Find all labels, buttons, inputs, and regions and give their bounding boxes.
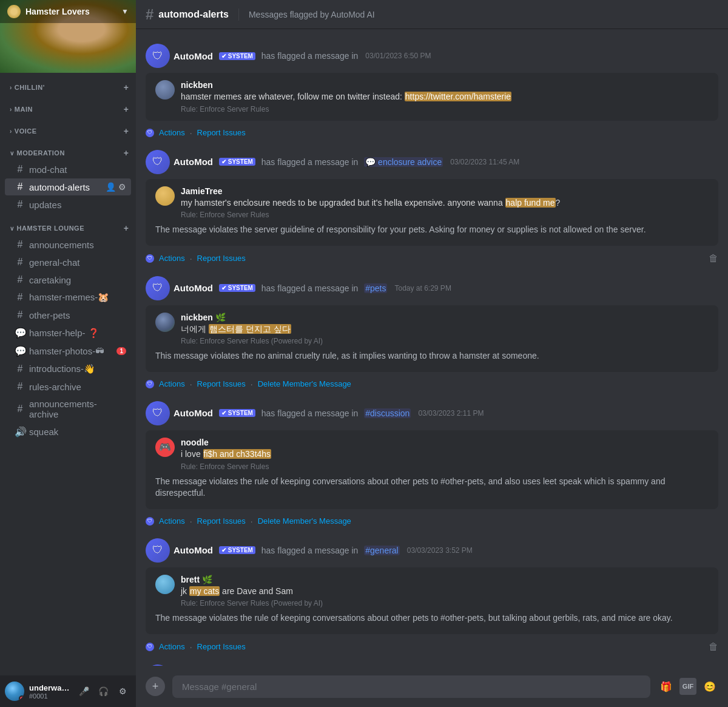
channel-header: # automod-alerts Messages flagged by Aut… <box>136 0 728 29</box>
actions-button[interactable]: Actions <box>159 254 185 263</box>
timestamp: 03/03/2023 3:52 PM <box>407 546 473 555</box>
section-moderation[interactable]: ∨ MODERATION + <box>0 138 136 160</box>
flagged-text: has flagged a message in <box>259 546 360 555</box>
sidebar-item-squeak[interactable]: 🔊 squeak <box>5 423 131 441</box>
headphone-button[interactable]: 🎧 <box>95 683 112 700</box>
delete-message-button[interactable]: 🗑 <box>709 253 718 264</box>
user-discriminator: #0001 <box>29 692 70 700</box>
delete-member-message-button[interactable]: Delete Member's Message <box>258 379 351 388</box>
actions-button[interactable]: Actions <box>159 642 185 651</box>
user-avatar[interactable] <box>5 682 24 701</box>
server-header[interactable]: Hamster Lovers ▼ <box>0 0 136 73</box>
sidebar-item-introductions[interactable]: # introductions-👋 <box>5 360 131 377</box>
channel-mention[interactable]: #pets <box>364 283 387 293</box>
add-channel-button[interactable]: + <box>121 104 131 114</box>
channel-mention[interactable]: #general <box>364 546 400 555</box>
report-issues-button[interactable]: Report Issues <box>197 516 246 526</box>
settings-button[interactable]: ⚙ <box>114 683 131 700</box>
server-avatar <box>7 5 21 18</box>
user-status-indicator <box>19 695 24 701</box>
automod-header: 🛡 AutoMod ✔ SYSTEM has flagged a message… <box>146 44 718 68</box>
microphone-button[interactable]: 🎤 <box>75 683 92 700</box>
section-main[interactable]: › MAIN + <box>0 95 136 117</box>
report-issues-button[interactable]: Report Issues <box>197 254 246 263</box>
timestamp: 03/01/2023 6:50 PM <box>365 52 431 60</box>
highlighted-text: 햄스터를 던지고 싶다 <box>209 324 291 334</box>
add-channel-button[interactable]: + <box>121 126 131 136</box>
message-content: nickben 🌿 너에게 햄스터를 던지고 싶다 Rule: Enforce … <box>181 313 711 346</box>
message-author-avatar <box>155 186 175 206</box>
message-author: noodle <box>181 438 711 447</box>
message-rule: Rule: Enforce Server Rules <box>181 462 711 471</box>
delete-message-button[interactable]: 🗑 <box>709 641 718 652</box>
automod-entry-6: 🛡 AutoMod ✔ SYSTEM has flagged a message… <box>136 660 728 666</box>
channel-mention[interactable]: #discussion <box>364 408 411 418</box>
sidebar-item-hamster-memes[interactable]: # hamster-memes-🐹 <box>5 289 131 306</box>
section-chillin[interactable]: › CHILLIN' + <box>0 73 136 95</box>
message-author-avatar <box>155 575 175 594</box>
violation-text: This message violates the no animal crue… <box>155 345 711 365</box>
gear-icon[interactable]: ⚙ <box>118 182 126 192</box>
timestamp: 03/03/2023 2:11 PM <box>418 409 484 418</box>
flagged-message-card: brett 🌿 jk my cats are Dave and Sam Rule… <box>146 567 718 634</box>
actions-bar: 🛡 Actions · Report Issues · Delete Membe… <box>146 377 718 389</box>
message-text: hamster memes are whatever, follow me on… <box>181 91 711 103</box>
section-voice[interactable]: › VOICE + <box>0 117 136 138</box>
sidebar-item-announcements-archive[interactable]: # announcements-archive <box>5 396 131 422</box>
automod-avatar: 🛡 <box>146 538 170 563</box>
caret-icon: › <box>10 84 12 91</box>
hash-icon: # <box>15 181 25 192</box>
message-author-avatar: 🎮 <box>155 438 175 457</box>
automod-entry-5: 🛡 AutoMod ✔ SYSTEM has flagged a message… <box>136 533 728 657</box>
message-author: brett 🌿 <box>181 575 711 584</box>
sidebar-item-automod-alerts[interactable]: # automod-alerts 👤 ⚙ <box>5 178 131 195</box>
username: underwat... <box>29 683 70 692</box>
actions-button[interactable]: Actions <box>159 128 185 137</box>
add-member-icon[interactable]: 👤 <box>106 182 116 192</box>
sidebar-item-caretaking[interactable]: # caretaking <box>5 271 131 288</box>
automod-header: 🛡 AutoMod ✔ SYSTEM has flagged a message… <box>146 150 718 174</box>
automod-label: AutoMod <box>174 283 213 293</box>
message-input[interactable]: Message #general <box>172 675 650 698</box>
report-issues-button[interactable]: Report Issues <box>197 128 246 137</box>
shield-icon: 🛡 <box>146 380 154 388</box>
sidebar-item-mod-chat[interactable]: # mod-chat <box>5 161 131 178</box>
automod-avatar: 🛡 <box>146 150 170 174</box>
attach-button[interactable]: + <box>146 677 165 696</box>
highlighted-text: fi$h and ch33t4hs <box>203 449 272 459</box>
delete-member-message-button[interactable]: Delete Member's Message <box>258 516 351 526</box>
hash-icon: # <box>15 164 25 175</box>
add-channel-button[interactable]: + <box>121 148 131 158</box>
message-rule: Rule: Enforce Server Rules <box>181 211 711 219</box>
message-text: 너에게 햄스터를 던지고 싶다 <box>181 323 711 336</box>
report-issues-button[interactable]: Report Issues <box>197 642 246 651</box>
hash-icon: # <box>15 292 25 303</box>
sidebar-item-hamster-help[interactable]: 💬 hamster-help- ❓ <box>5 324 131 342</box>
automod-entry-1: 🛡 AutoMod ✔ SYSTEM has flagged a message… <box>136 39 728 143</box>
sidebar-item-rules-archive[interactable]: # rules-archive <box>5 378 131 395</box>
section-hamster-lounge[interactable]: ∨ HAMSTER LOUNGE + <box>0 214 136 235</box>
violation-text: The message violates the rule of keeping… <box>155 471 711 502</box>
sidebar-item-general-chat[interactable]: # general-chat <box>5 254 131 271</box>
speech-bubble-icon: 💬 <box>15 345 25 357</box>
emoji-button[interactable]: 😊 <box>701 678 718 695</box>
report-issues-button[interactable]: Report Issues <box>197 379 246 388</box>
add-channel-button[interactable]: + <box>121 83 131 92</box>
message-rule: Rule: Enforce Server Rules <box>181 105 711 113</box>
gif-button[interactable]: GIF <box>679 678 696 695</box>
sidebar-item-announcements[interactable]: # announcements <box>5 236 131 253</box>
sidebar-item-hamster-photos[interactable]: 💬 hamster-photos-🕶 1 <box>5 342 131 360</box>
actions-button[interactable]: Actions <box>159 379 185 388</box>
sidebar-sections: › CHILLIN' + › MAIN + › VOICE + ∨ MODERA… <box>0 73 136 675</box>
caret-icon: ∨ <box>10 150 15 157</box>
channel-hash-icon: # <box>146 6 153 23</box>
add-channel-button[interactable]: + <box>121 223 131 233</box>
gift-button[interactable]: 🎁 <box>658 678 675 695</box>
message-content: JamieTree my hamster's enclosure needs t… <box>181 186 711 220</box>
sidebar-item-updates[interactable]: # updates <box>5 196 131 213</box>
highlighted-text: halp fund me <box>505 198 556 208</box>
channel-mention[interactable]: 💬 enclosure advice <box>364 157 443 167</box>
user-info: underwat... #0001 <box>29 683 70 700</box>
actions-button[interactable]: Actions <box>159 516 185 526</box>
sidebar-item-other-pets[interactable]: # other-pets <box>5 306 131 323</box>
